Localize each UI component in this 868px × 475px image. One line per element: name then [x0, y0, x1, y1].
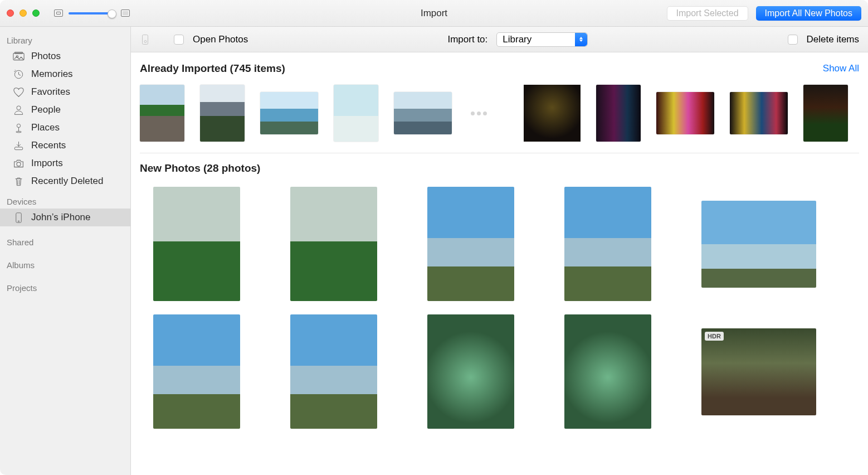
open-photos-checkbox[interactable] — [174, 35, 184, 45]
phone-icon — [12, 212, 25, 223]
import-to-label: Import to: — [447, 34, 487, 45]
svg-point-4 — [16, 105, 20, 109]
download-icon — [12, 140, 25, 151]
thumb[interactable] — [564, 187, 651, 301]
import-all-button[interactable]: Import All New Photos — [756, 6, 861, 21]
sidebar-item-label: Places — [31, 122, 60, 133]
window-controls — [7, 9, 40, 17]
thumb[interactable] — [334, 85, 378, 142]
camera-icon — [12, 158, 25, 169]
thumb[interactable] — [290, 187, 377, 301]
thumb[interactable] — [427, 187, 514, 301]
more-icon[interactable] — [467, 107, 490, 119]
thumb[interactable] — [394, 92, 452, 134]
sidebar-item-recents[interactable]: Recents — [0, 137, 130, 154]
memories-icon — [12, 69, 25, 80]
zoom-slider[interactable] — [69, 12, 115, 14]
sidebar-item-label: Photos — [31, 51, 61, 62]
heart-icon — [12, 86, 25, 98]
select-stepper-icon — [575, 33, 587, 46]
import-toolbar: Open Photos Import to: Library Delete it… — [131, 27, 868, 52]
thumb[interactable]: HDR — [701, 328, 816, 415]
sidebar-item-memories[interactable]: Memories — [0, 65, 130, 83]
already-imported-thumbs — [140, 80, 859, 153]
thumb[interactable] — [564, 314, 651, 429]
thumb[interactable] — [656, 92, 714, 134]
main-content: Open Photos Import to: Library Delete it… — [131, 27, 868, 475]
device-icon — [142, 35, 148, 45]
sidebar-item-places[interactable]: Places — [0, 119, 130, 137]
thumb[interactable] — [153, 314, 240, 429]
thumb[interactable] — [701, 201, 816, 288]
sidebar-item-label: People — [31, 104, 61, 115]
thumb[interactable] — [596, 85, 641, 142]
person-icon — [12, 104, 25, 115]
sidebar-item-label: Recently Deleted — [31, 176, 103, 187]
sidebar-item-device[interactable]: John’s iPhone — [0, 209, 130, 226]
svg-rect-9 — [16, 212, 21, 222]
sidebar-item-favorites[interactable]: Favorites — [0, 83, 130, 101]
thumb[interactable] — [140, 85, 184, 142]
svg-point-10 — [18, 220, 19, 221]
thumb[interactable] — [730, 92, 788, 134]
zoom-slider-group — [54, 9, 130, 17]
close-icon[interactable] — [7, 9, 14, 17]
already-imported-header: Already Imported (745 items) — [140, 62, 285, 75]
titlebar: Import Import Selected Import All New Ph… — [0, 0, 868, 27]
thumb[interactable] — [200, 85, 245, 142]
sidebar-item-label: Recents — [31, 140, 66, 151]
import-selected-button[interactable]: Import Selected — [667, 6, 748, 21]
sidebar: Library Photos Memories Favorites People… — [0, 27, 131, 475]
svg-point-5 — [17, 124, 20, 127]
pin-icon — [12, 122, 25, 133]
delete-items-label: Delete items — [807, 34, 859, 45]
svg-point-8 — [17, 162, 21, 166]
sidebar-header-devices: Devices — [0, 193, 130, 209]
sidebar-item-label: John’s iPhone — [31, 212, 91, 223]
show-all-link[interactable]: Show All — [823, 63, 859, 74]
thumb[interactable] — [427, 314, 514, 429]
sidebar-header-projects[interactable]: Projects — [0, 280, 130, 295]
thumb[interactable] — [803, 85, 848, 142]
open-photos-label: Open Photos — [193, 34, 248, 45]
sidebar-item-recently-deleted[interactable]: Recently Deleted — [0, 172, 130, 190]
sidebar-item-label: Favorites — [31, 86, 70, 98]
sidebar-item-photos[interactable]: Photos — [0, 47, 130, 65]
zoom-in-icon[interactable] — [121, 9, 130, 17]
svg-point-6 — [16, 131, 21, 132]
zoom-out-icon[interactable] — [54, 9, 63, 17]
hdr-badge: HDR — [705, 332, 724, 341]
thumb[interactable] — [153, 187, 240, 301]
fullscreen-icon[interactable] — [32, 9, 40, 17]
import-to-value: Library — [503, 34, 531, 45]
import-to-select[interactable]: Library — [496, 32, 588, 47]
photos-icon — [12, 51, 25, 62]
sidebar-item-label: Memories — [31, 69, 73, 80]
sidebar-header-library: Library — [0, 32, 130, 47]
sidebar-header-albums[interactable]: Albums — [0, 257, 130, 272]
window-title: Import — [421, 8, 447, 19]
sidebar-item-imports[interactable]: Imports — [0, 154, 130, 172]
trash-icon — [12, 176, 25, 187]
sidebar-item-people[interactable]: People — [0, 101, 130, 119]
delete-items-checkbox[interactable] — [788, 35, 798, 45]
sidebar-item-label: Imports — [31, 158, 63, 169]
sidebar-header-shared[interactable]: Shared — [0, 234, 130, 249]
new-photos-header: New Photos (28 photos) — [140, 162, 260, 175]
svg-rect-0 — [13, 53, 23, 60]
minimize-icon[interactable] — [19, 9, 27, 17]
thumb[interactable] — [260, 92, 318, 134]
svg-rect-7 — [14, 147, 22, 149]
thumb[interactable] — [524, 85, 581, 142]
thumb[interactable] — [290, 314, 377, 429]
